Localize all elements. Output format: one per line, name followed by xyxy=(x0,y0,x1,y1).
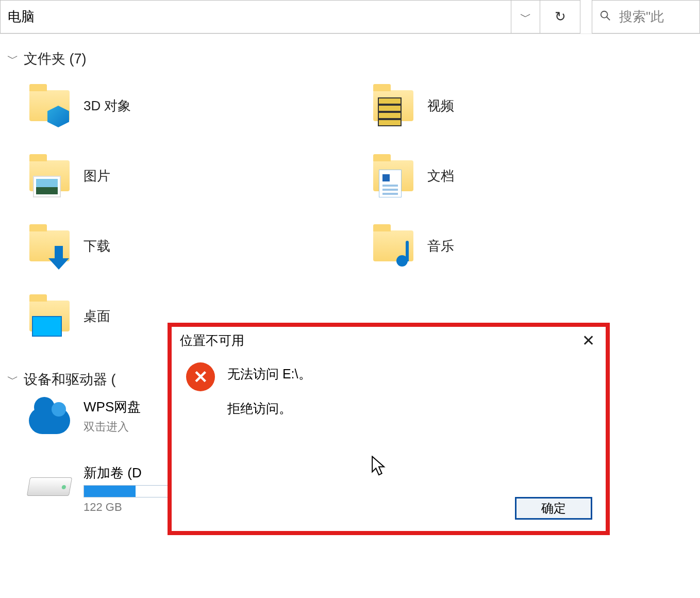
address-path-text: 电脑 xyxy=(8,8,35,26)
folders-grid: 3D 对象 视频 图片 文档 下载 xyxy=(6,77,694,344)
dialog-message-line1: 无法访问 E:\。 xyxy=(227,366,311,383)
dialog-title: 位置不可用 xyxy=(180,332,244,349)
folder-label: 下载 xyxy=(84,237,110,255)
address-dropdown-button[interactable]: ﹀ xyxy=(511,0,540,34)
folder-music-icon xyxy=(371,223,416,269)
folder-documents-icon xyxy=(371,153,416,198)
chevron-down-icon: ﹀ xyxy=(6,51,20,67)
devices-group-label: 设备和驱动器 ( xyxy=(24,370,116,389)
folder-videos[interactable]: 视频 xyxy=(371,77,694,134)
folder-label: 视频 xyxy=(427,97,454,115)
error-icon: ✕ xyxy=(186,362,215,391)
dialog-titlebar: 位置不可用 ✕ xyxy=(172,327,606,353)
chevron-down-icon: ﹀ xyxy=(6,372,20,387)
dialog-message-line2: 拒绝访问。 xyxy=(227,400,311,417)
search-input[interactable]: 搜索"此 xyxy=(592,0,700,34)
folder-pictures[interactable]: 图片 xyxy=(27,147,350,204)
folders-group-header[interactable]: ﹀ 文件夹 (7) xyxy=(6,49,694,68)
cloud-drive-icon xyxy=(27,398,72,443)
ok-button-label: 确定 xyxy=(541,500,566,517)
folder-label: 桌面 xyxy=(84,307,110,325)
folder-documents[interactable]: 文档 xyxy=(371,147,694,204)
folder-videos-icon xyxy=(371,83,416,128)
close-button[interactable]: ✕ xyxy=(579,333,597,348)
folder-label: 文档 xyxy=(427,167,454,185)
device-subtitle: 双击进入 xyxy=(84,419,141,435)
folder-3d-objects[interactable]: 3D 对象 xyxy=(27,77,350,134)
search-icon xyxy=(599,10,611,24)
folder-pictures-icon xyxy=(27,153,72,198)
folder-label: 3D 对象 xyxy=(84,97,131,115)
error-dialog: 位置不可用 ✕ ✕ 无法访问 E:\。 拒绝访问。 确定 xyxy=(168,323,610,535)
disk-usage-fill xyxy=(84,486,136,497)
close-icon: ✕ xyxy=(582,332,595,349)
chevron-down-icon: ﹀ xyxy=(520,9,531,25)
svg-point-0 xyxy=(601,11,608,18)
folder-downloads[interactable]: 下载 xyxy=(27,218,350,274)
search-placeholder: 搜索"此 xyxy=(619,8,664,26)
refresh-button[interactable]: ↻ xyxy=(540,0,580,34)
folder-music[interactable]: 音乐 xyxy=(371,218,694,274)
address-path-field[interactable]: 电脑 xyxy=(0,0,511,34)
dialog-actions: 确定 xyxy=(515,497,592,520)
folder-3d-objects-icon xyxy=(27,83,72,128)
dialog-body: ✕ 无法访问 E:\。 拒绝访问。 xyxy=(172,353,606,417)
hard-drive-icon xyxy=(27,464,72,509)
device-title: WPS网盘 xyxy=(84,398,141,416)
address-toolbar: 电脑 ﹀ ↻ 搜索"此 xyxy=(0,0,700,34)
svg-line-1 xyxy=(607,16,610,20)
folder-downloads-icon xyxy=(27,223,72,269)
folders-group-label: 文件夹 (7) xyxy=(24,49,87,68)
folder-label: 图片 xyxy=(84,167,110,185)
folder-desktop-icon xyxy=(27,293,72,339)
refresh-icon: ↻ xyxy=(555,9,566,25)
folder-label: 音乐 xyxy=(427,237,454,255)
ok-button[interactable]: 确定 xyxy=(515,497,592,520)
